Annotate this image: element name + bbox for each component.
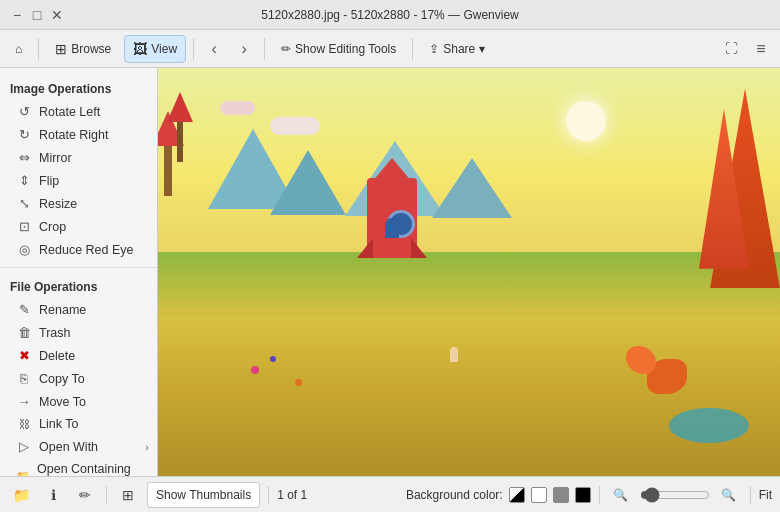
share-icon: ⇪ [429, 42, 439, 56]
bg-color-checkered[interactable] [509, 487, 525, 503]
open-containing-folder-icon: 📁 [16, 470, 30, 477]
main-layout: Image Operations ↺ Rotate Left ↻ Rotate … [0, 68, 780, 476]
toolbar-right: ⛶ ≡ [718, 36, 774, 62]
sidebar-item-delete[interactable]: ✖ Delete [0, 344, 157, 367]
menu-button[interactable]: ≡ [748, 36, 774, 62]
home-button[interactable]: ⌂ [6, 35, 31, 63]
toolbar-separator-2 [193, 38, 194, 60]
sidebar-item-crop[interactable]: ⊡ Crop [0, 215, 157, 238]
fullscreen-button[interactable]: ⛶ [718, 36, 744, 62]
view-label: View [151, 42, 177, 56]
bg-color-black[interactable] [575, 487, 591, 503]
reduce-red-eye-icon: ◎ [16, 242, 32, 257]
sidebar-item-rename[interactable]: ✎ Rename [0, 298, 157, 321]
folder-button[interactable]: 📁 [8, 482, 34, 508]
browse-icon: ⊞ [55, 41, 67, 57]
ground [158, 252, 780, 476]
statusbar: 📁 ℹ ✏ ⊞ Show Thumbnails 1 of 1 Backgroun… [0, 476, 780, 512]
image-canvas [158, 68, 780, 476]
sidebar-item-resize[interactable]: ⤡ Resize [0, 192, 157, 215]
mountain-4 [432, 158, 512, 218]
sidebar-item-copy-to[interactable]: ⎘ Copy To [0, 367, 157, 390]
rename-icon: ✎ [16, 302, 32, 317]
forward-button[interactable]: › [231, 36, 257, 62]
rotate-right-label: Rotate Right [39, 128, 108, 142]
rocket-fin-left [357, 238, 373, 258]
statusbar-sep-4 [750, 486, 751, 504]
tree-1 [164, 141, 172, 196]
delete-icon: ✖ [16, 348, 32, 363]
sidebar: Image Operations ↺ Rotate Left ↻ Rotate … [0, 68, 158, 476]
crop-label: Crop [39, 220, 66, 234]
zoom-out-button[interactable]: 🔍 [608, 482, 634, 508]
move-to-label: Move To [39, 395, 86, 409]
flip-icon: ⇕ [16, 173, 32, 188]
share-button[interactable]: ⇪ Share ▾ [420, 35, 494, 63]
link-to-icon: ⛓ [16, 418, 32, 430]
browse-label: Browse [71, 42, 111, 56]
rotate-left-icon: ↺ [16, 104, 32, 119]
sidebar-item-open-with[interactable]: ▷ Open With › [0, 435, 157, 458]
sidebar-item-flip[interactable]: ⇕ Flip [0, 169, 157, 192]
bg-color-white[interactable] [531, 487, 547, 503]
zoom-fit-label: Fit [759, 488, 772, 502]
sidebar-item-open-containing-folder[interactable]: 📁 Open Containing Folder [0, 458, 157, 476]
browse-button[interactable]: ⊞ Browse [46, 35, 120, 63]
sidebar-item-rotate-left[interactable]: ↺ Rotate Left [0, 100, 157, 123]
show-editing-tools-label: Show Editing Tools [295, 42, 396, 56]
tree-2 [177, 117, 183, 162]
view-button[interactable]: 🖼 View [124, 35, 186, 63]
toolbar-separator-3 [264, 38, 265, 60]
statusbar-sep-2 [268, 486, 269, 504]
home-icon: ⌂ [15, 42, 22, 56]
sidebar-item-reduce-red-eye[interactable]: ◎ Reduce Red Eye [0, 238, 157, 261]
bg-color-gray[interactable] [553, 487, 569, 503]
edit-button[interactable]: ✏ [72, 482, 98, 508]
resize-label: Resize [39, 197, 77, 211]
rename-label: Rename [39, 303, 86, 317]
figure [450, 347, 458, 362]
sidebar-item-trash[interactable]: 🗑 Trash [0, 321, 157, 344]
pencil-icon: ✏ [281, 42, 291, 56]
flip-label: Flip [39, 174, 59, 188]
back-button[interactable]: ‹ [201, 36, 227, 62]
sidebar-divider [0, 267, 157, 268]
resize-icon: ⤡ [16, 196, 32, 211]
background-color-label: Background color: [406, 488, 503, 502]
page-info: 1 of 1 [277, 488, 307, 502]
zoom-slider[interactable] [640, 487, 710, 503]
sidebar-item-move-to[interactable]: → Move To [0, 390, 157, 413]
show-thumbnails-button[interactable]: Show Thumbnails [147, 482, 260, 508]
copy-to-icon: ⎘ [16, 371, 32, 386]
move-to-icon: → [16, 394, 32, 409]
show-editing-tools-button[interactable]: ✏ Show Editing Tools [272, 35, 405, 63]
copy-to-label: Copy To [39, 372, 85, 386]
info-button[interactable]: ℹ [40, 482, 66, 508]
file-operations-title: File Operations [0, 274, 157, 298]
mirror-label: Mirror [39, 151, 72, 165]
minimize-button[interactable]: − [10, 8, 24, 22]
sidebar-item-rotate-right[interactable]: ↻ Rotate Right [0, 123, 157, 146]
image-operations-title: Image Operations [0, 76, 157, 100]
open-with-icon: ▷ [16, 439, 32, 454]
close-button[interactable]: ✕ [50, 8, 64, 22]
view-icon: 🖼 [133, 41, 147, 57]
toolbar-separator-4 [412, 38, 413, 60]
cloud-2 [220, 101, 255, 115]
rocket [357, 158, 427, 258]
thumbnail-strip-button[interactable]: ⊞ [115, 482, 141, 508]
share-label: Share [443, 42, 475, 56]
maximize-button[interactable]: □ [30, 8, 44, 22]
statusbar-sep-1 [106, 486, 107, 504]
statusbar-sep-3 [599, 486, 600, 504]
sidebar-item-mirror[interactable]: ⇔ Mirror [0, 146, 157, 169]
mountain-2 [270, 150, 346, 215]
trash-icon: 🗑 [16, 325, 32, 340]
show-thumbnails-label: Show Thumbnails [156, 488, 251, 502]
rotate-left-label: Rotate Left [39, 105, 100, 119]
zoom-in-button[interactable]: 🔍 [716, 482, 742, 508]
open-with-arrow-icon: › [145, 441, 149, 453]
open-with-label: Open With [39, 440, 98, 454]
sidebar-item-link-to[interactable]: ⛓ Link To [0, 413, 157, 435]
open-containing-folder-label: Open Containing Folder [37, 462, 147, 476]
